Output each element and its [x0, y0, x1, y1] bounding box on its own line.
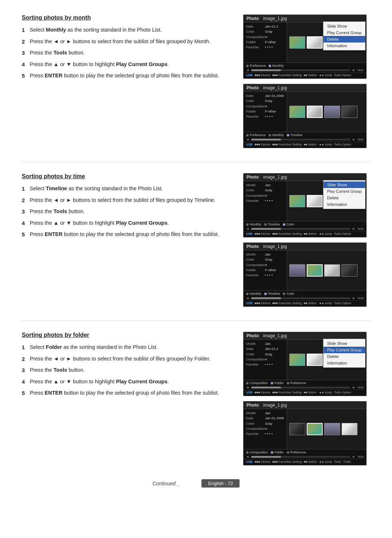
pref-item: Timeline	[287, 133, 303, 137]
info-val: F-other	[265, 268, 276, 272]
usb-bar: USB ■■■ Device ■■■ Favorites Setting ■■ …	[244, 390, 366, 395]
info-key: Month	[246, 252, 265, 257]
step-number: 4	[22, 61, 30, 69]
photo-label: Photo	[246, 244, 259, 249]
pref-label: Timeline	[268, 292, 280, 296]
pref-dot	[271, 382, 273, 384]
section-divider	[22, 321, 370, 321]
pref-item: Monthly	[269, 133, 284, 137]
photo-label: Photo	[246, 333, 259, 338]
context-menu-item[interactable]: Play Current Group	[323, 188, 365, 195]
thumb-row	[289, 423, 358, 435]
step-number: 4	[22, 219, 30, 228]
info-row: ColorGray	[246, 257, 284, 262]
photo-filename: image_1.jpg	[263, 244, 287, 249]
usb-bar-item: ■■■ Favorites Setting	[272, 232, 302, 236]
context-menu: Slide ShowPlay Current GroupDeleteInform…	[323, 339, 366, 368]
photo-thumbs	[287, 92, 366, 132]
context-menu-item[interactable]: Delete	[323, 195, 365, 201]
pref-dot	[246, 451, 249, 454]
step-item: 2Press the ◄ or ► buttons to select from…	[22, 355, 232, 363]
step-number: 3	[22, 366, 30, 375]
context-menu-item[interactable]: Slide Show	[323, 182, 365, 188]
info-val: F-other	[265, 109, 276, 114]
pref-label: Color	[286, 292, 294, 296]
scroll-left: ◄	[246, 386, 249, 389]
info-key: Composition	[246, 35, 265, 39]
pref-dot	[246, 65, 249, 67]
step-number: 5	[22, 389, 30, 398]
usb-bar-item: USB	[246, 73, 253, 77]
thumb-image	[289, 36, 305, 49]
scroll-fill	[251, 139, 281, 140]
info-val: Jan	[265, 252, 270, 257]
info-val: Gray	[265, 257, 273, 262]
step-item: 2Press the ◄ or ► buttons to select from…	[22, 196, 232, 205]
info-val: Jan 01.2008	[265, 94, 284, 98]
scroll-right: ►	[352, 455, 355, 458]
scroll-bar	[251, 69, 350, 71]
pref-label: Composition	[250, 451, 268, 454]
pref-item: Monthly	[269, 64, 284, 68]
step-text: Press the Tools button.	[30, 366, 232, 374]
photo-info-panel: MonthJanColorGrayComposition≡Favorite• •…	[244, 181, 287, 221]
usb-bar-item: ■■■ Device	[254, 73, 270, 77]
pref-item: Folder	[271, 451, 284, 454]
thumb-image	[289, 354, 305, 366]
info-row: Composition≡	[246, 263, 284, 267]
context-menu-item[interactable]: Slide Show	[323, 340, 365, 347]
info-val: Jan	[265, 183, 270, 187]
info-val: Jan 01.2	[265, 24, 278, 29]
photo-body: MonthJanDateJan 01.2008ColorGrayComposit…	[244, 409, 366, 449]
step-number: 3	[22, 208, 30, 216]
section-content-by-folder: Sorting photos by folder1Select Folder a…	[22, 332, 243, 465]
usb-bar-item: Tools	[334, 460, 341, 464]
step-number: 4	[22, 378, 30, 386]
context-menu-item[interactable]: Information	[323, 42, 365, 49]
context-menu-item[interactable]: Information	[323, 360, 365, 366]
info-row: DateJan 01.2008	[246, 94, 284, 98]
info-key: Favorite	[246, 362, 265, 367]
step-item: 1Select Folder as the sorting standard i…	[22, 343, 232, 352]
pref-item: Monthly	[246, 292, 261, 296]
section-images-by-folder: Photoimage_1.jpgMonthJanDateJan 01.2Colo…	[243, 332, 370, 465]
info-row: DateJan 01.2008	[246, 416, 284, 420]
usb-bar-item: Tools Option	[334, 391, 351, 394]
info-row: MonthJan	[246, 411, 284, 415]
usb-bar-item: ■■■ Device	[254, 391, 270, 394]
context-menu-item[interactable]: Play Current Group	[323, 29, 365, 36]
usb-bar-item: ◄►Jump	[319, 73, 332, 77]
info-row: ColorGray	[246, 421, 284, 426]
scroll-bar	[251, 139, 350, 140]
context-menu-item[interactable]: Play Current Group	[323, 347, 365, 353]
info-val: ≡	[265, 357, 268, 362]
usb-bar-item: Tools Option	[334, 73, 351, 77]
thumb-image	[307, 264, 323, 277]
info-key: Color	[246, 99, 265, 103]
scroll-fill	[251, 228, 281, 230]
photo-info-panel: DateJan 01.2ColorGrayComposition≡FolderF…	[244, 23, 287, 62]
step-item: 4Press the ▲ or ▼ button to highlight Pl…	[22, 378, 232, 386]
pref-label: Preference	[250, 64, 266, 68]
info-row: Favorite• • • •	[246, 362, 284, 367]
step-text: Press the ▲ or ▼ button to highlight Pla…	[30, 378, 232, 386]
photo-card-header: Photoimage_1.jpg	[244, 243, 366, 250]
photo-card-header: Photoimage_1.jpg	[244, 84, 366, 92]
context-menu-item[interactable]: Slide Show	[323, 23, 365, 29]
scroll-fill	[251, 456, 281, 458]
step-number: 1	[22, 343, 30, 352]
section-by-folder: Sorting photos by folder1Select Folder a…	[22, 332, 370, 465]
photo-body: DateJan 01.2008ColorGrayComposition≡Fold…	[244, 92, 366, 132]
context-menu-item[interactable]: Information	[323, 201, 365, 208]
pref-dot	[287, 134, 289, 136]
photo-body: DateJan 01.2ColorGrayComposition≡FolderF…	[244, 23, 366, 62]
context-menu-item[interactable]: Delete	[323, 36, 365, 42]
info-key: Favorite	[246, 273, 265, 277]
info-row: Composition≡	[246, 104, 284, 109]
context-menu-item[interactable]: Delete	[323, 353, 365, 360]
info-val: • • • •	[265, 199, 273, 203]
info-row: Composition≡	[246, 193, 284, 198]
step-number: 1	[22, 185, 30, 193]
step-item: 2Press the ◄ or ► buttons to select from…	[22, 38, 232, 46]
scroll-right: ►	[352, 296, 355, 300]
